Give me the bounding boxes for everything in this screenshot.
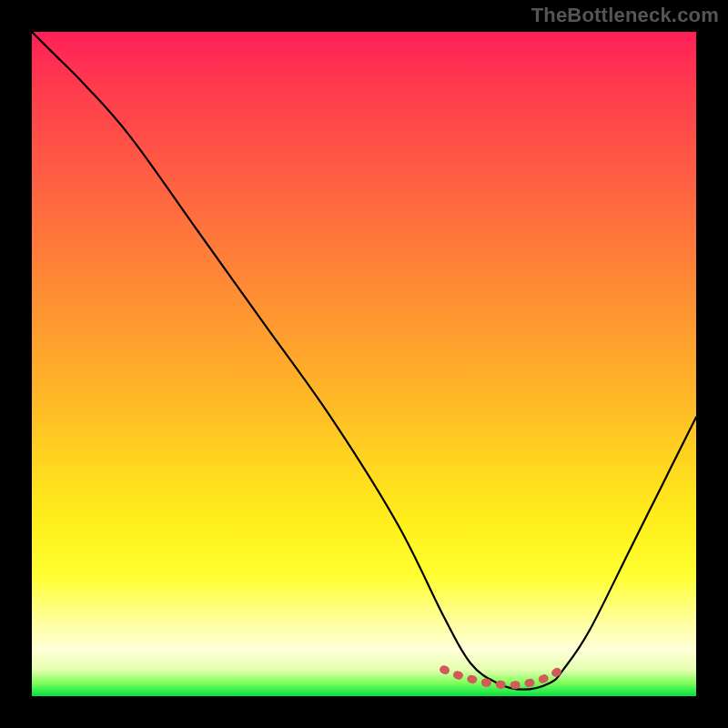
watermark-text: TheBottleneck.com [531, 4, 719, 27]
chart-frame: TheBottleneck.com [0, 0, 728, 728]
bottleneck-curve [32, 32, 696, 690]
plot-area [32, 32, 696, 696]
optimal-range-marker [444, 668, 563, 685]
curve-layer [32, 32, 696, 696]
